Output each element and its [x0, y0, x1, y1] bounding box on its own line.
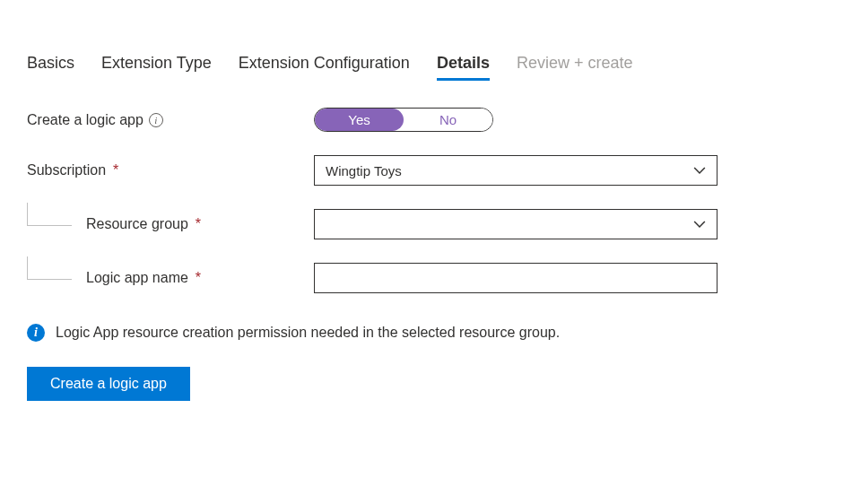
tab-extension-configuration[interactable]: Extension Configuration: [239, 54, 410, 81]
logic-app-name-text: Logic app name: [86, 270, 188, 286]
tab-basics[interactable]: Basics: [27, 54, 74, 81]
row-create-logic-app: Create a logic app i Yes No: [27, 108, 834, 132]
info-circle-icon: i: [27, 324, 45, 342]
required-mark: *: [196, 216, 201, 232]
create-logic-app-toggle: Yes No: [314, 108, 493, 132]
tree-connector: [27, 203, 72, 226]
tree-connector: [27, 256, 72, 280]
info-banner: i Logic App resource creation permission…: [27, 324, 834, 342]
toggle-control: Yes No: [314, 108, 718, 132]
label-create-logic-app: Create a logic app i: [27, 112, 314, 128]
label-logic-app-name: Logic app name *: [27, 270, 314, 286]
label-resource-group: Resource group *: [27, 216, 314, 232]
tabs-bar: Basics Extension Type Extension Configur…: [27, 27, 834, 81]
tab-details[interactable]: Details: [437, 54, 490, 81]
chevron-down-icon: [693, 164, 706, 177]
resource-group-text: Resource group: [86, 216, 188, 232]
create-logic-app-button[interactable]: Create a logic app: [27, 367, 190, 401]
required-mark: *: [113, 162, 118, 178]
subscription-value: Wingtip Toys: [326, 163, 402, 178]
subscription-text: Subscription: [27, 162, 106, 178]
info-message-text: Logic App resource creation permission n…: [56, 325, 560, 341]
create-logic-app-text: Create a logic app: [27, 112, 144, 128]
info-icon[interactable]: i: [149, 113, 163, 127]
logic-app-name-input[interactable]: [314, 263, 718, 293]
form-section: Create a logic app i Yes No Subscription…: [27, 108, 834, 293]
toggle-no[interactable]: No: [404, 109, 492, 131]
label-subscription: Subscription *: [27, 162, 314, 178]
tab-review-create[interactable]: Review + create: [517, 54, 633, 81]
required-mark: *: [196, 270, 201, 286]
tab-extension-type[interactable]: Extension Type: [101, 54, 212, 81]
resource-group-select[interactable]: [314, 209, 718, 239]
toggle-yes[interactable]: Yes: [315, 109, 404, 131]
row-resource-group: Resource group *: [27, 209, 834, 239]
row-logic-app-name: Logic app name *: [27, 263, 834, 293]
chevron-down-icon: [693, 218, 706, 230]
row-subscription: Subscription * Wingtip Toys: [27, 155, 834, 186]
subscription-select[interactable]: Wingtip Toys: [314, 155, 718, 186]
